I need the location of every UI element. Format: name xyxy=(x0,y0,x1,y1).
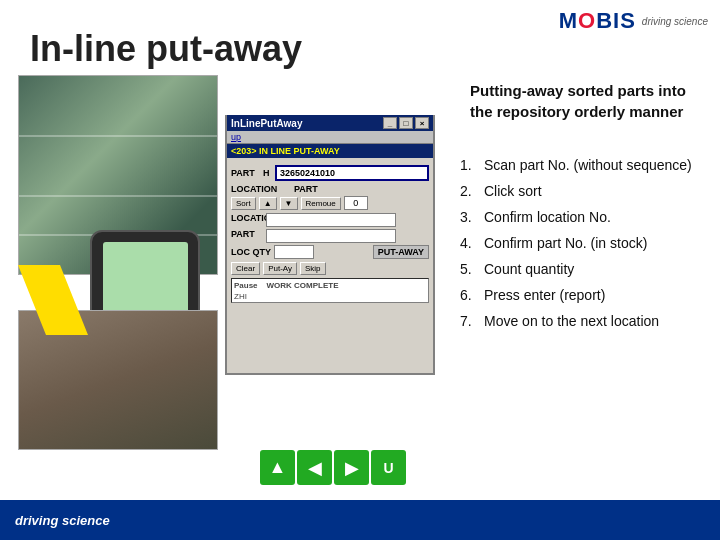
status-label-text: Pause xyxy=(234,281,258,290)
bottom-logo-text: driving science xyxy=(15,513,110,528)
logo-area: MOBIS driving science xyxy=(559,8,708,34)
steps-list: 1. Scan part No. (without sequence) 2. C… xyxy=(460,155,705,337)
step-1-num: 1. xyxy=(460,155,480,176)
sort-buttons-row: Sort ▲ ▼ Remoue xyxy=(231,196,429,210)
status-label: Pause WORK COMPLETE xyxy=(234,281,426,290)
menu-bar: up xyxy=(227,131,433,144)
loc-qty-row: LOC QTY PUT-AWAY xyxy=(231,245,429,259)
step-5: 5. Count quantity xyxy=(460,259,705,280)
navigation-arrows[interactable]: ▲ ◀ ▶ U xyxy=(260,450,406,485)
part-data-input[interactable] xyxy=(266,229,396,243)
nav-up-button[interactable]: ▲ xyxy=(260,450,295,485)
nav-right-button[interactable]: ▶ xyxy=(334,450,369,485)
nav-u-button[interactable]: U xyxy=(371,450,406,485)
part-input[interactable] xyxy=(275,165,429,181)
step-3-num: 3. xyxy=(460,207,480,228)
step-3: 3. Confirm location No. xyxy=(460,207,705,228)
close-button[interactable]: × xyxy=(415,117,429,129)
down-arrow-button[interactable]: ▼ xyxy=(280,197,298,210)
up-arrow-button[interactable]: ▲ xyxy=(259,197,277,210)
step-1: 1. Scan part No. (without sequence) xyxy=(460,155,705,176)
part-label: PART xyxy=(231,168,263,178)
step-7-num: 7. xyxy=(460,311,480,332)
part-row-label: PART xyxy=(231,229,263,243)
step-4-text: Confirm part No. (in stock) xyxy=(484,233,647,254)
remove-button[interactable]: Remoue xyxy=(301,197,341,210)
step-7-text: Move on to the next location xyxy=(484,311,659,332)
qty-input[interactable] xyxy=(344,196,368,210)
page-title: In-line put-away xyxy=(30,28,302,70)
skip-button[interactable]: Skip xyxy=(300,262,326,275)
window-title: InLinePutAway xyxy=(231,118,303,129)
step-5-num: 5. xyxy=(460,259,480,280)
bottom-bar: driving science xyxy=(0,500,720,540)
step-7: 7. Move on to the next location xyxy=(460,311,705,332)
step-6-num: 6. xyxy=(460,285,480,306)
status-area: Pause WORK COMPLETE ZHI xyxy=(231,278,429,303)
window-titlebar: InLinePutAway _ □ × xyxy=(227,115,433,131)
location-data-input[interactable] xyxy=(266,213,396,227)
software-window: InLinePutAway _ □ × up <203> IN LINE PUT… xyxy=(225,115,435,375)
part-field-row: PART H xyxy=(231,165,429,181)
window-body: PART H LOCATION PART Sort ▲ ▼ Remoue LOC… xyxy=(227,161,433,307)
put-away-label: PUT-AWAY xyxy=(373,245,429,259)
phone-screen xyxy=(103,242,188,318)
subtitle-box: Putting-away sorted parts into the repos… xyxy=(470,80,700,122)
mobis-logo: MOBIS xyxy=(559,8,636,34)
step-2-text: Click sort xyxy=(484,181,542,202)
location-data-row: LOCATION xyxy=(231,213,429,227)
loc-qty-input[interactable] xyxy=(274,245,314,259)
step-1-text: Scan part No. (without sequence) xyxy=(484,155,692,176)
step-4-num: 4. xyxy=(460,233,480,254)
part-header: PART xyxy=(294,184,429,194)
put-ay-button[interactable]: Put-Ay xyxy=(263,262,297,275)
step-2-num: 2. xyxy=(460,181,480,202)
step-2: 2. Click sort xyxy=(460,181,705,202)
location-header: LOCATION xyxy=(231,184,291,194)
step-5-text: Count quantity xyxy=(484,259,574,280)
step-4: 4. Confirm part No. (in stock) xyxy=(460,233,705,254)
part-data-row: PART xyxy=(231,229,429,243)
column-headers: LOCATION PART xyxy=(231,184,429,194)
step-3-text: Confirm location No. xyxy=(484,207,611,228)
step-6-text: Press enter (report) xyxy=(484,285,605,306)
action-buttons-row: Clear Put-Ay Skip xyxy=(231,262,429,275)
nav-left-button[interactable]: ◀ xyxy=(297,450,332,485)
sort-button[interactable]: Sort xyxy=(231,197,256,210)
maximize-button[interactable]: □ xyxy=(399,117,413,129)
clear-button[interactable]: Clear xyxy=(231,262,260,275)
step-6: 6. Press enter (report) xyxy=(460,285,705,306)
minimize-button[interactable]: _ xyxy=(383,117,397,129)
location-row-label: LOCATION xyxy=(231,213,263,227)
menu-up[interactable]: up xyxy=(231,132,241,142)
logo-tagline: driving science xyxy=(642,16,708,27)
info-bar: <203> IN LINE PUT-AWAY xyxy=(227,144,433,158)
status-value: WORK COMPLETE xyxy=(266,281,338,290)
status-row: ZHI xyxy=(234,292,426,301)
loc-qty-label: LOC QTY xyxy=(231,247,271,257)
window-controls[interactable]: _ □ × xyxy=(383,117,429,129)
